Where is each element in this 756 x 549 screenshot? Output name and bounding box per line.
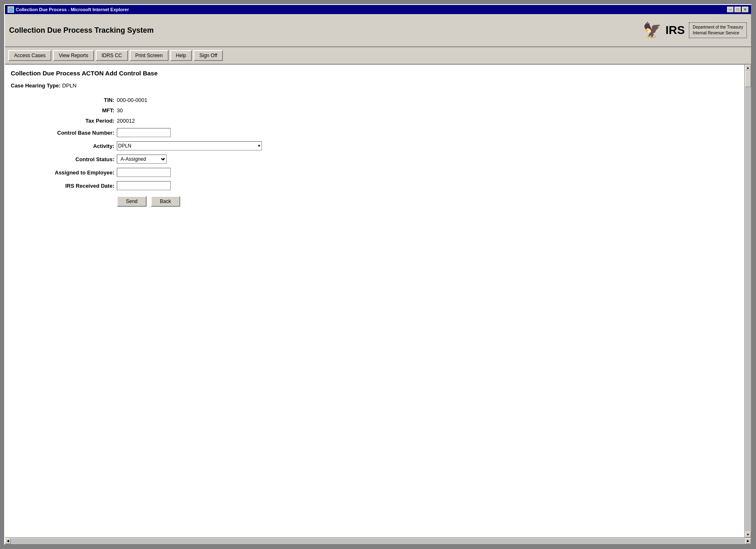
browser-icon: 🌐	[7, 6, 14, 13]
control-base-label: Control Base Number:	[27, 130, 114, 136]
window-title: Collection Due Process - Microsoft Inter…	[16, 7, 129, 12]
activity-row: Activity: DPLN LIEN LEVY OTHER	[27, 141, 739, 150]
control-status-row: Control Status: A-Assigned B-Pending C-C…	[27, 155, 739, 164]
control-status-select-wrapper: A-Assigned B-Pending C-Closed	[117, 155, 167, 164]
tin-row: TIN: 000-00-0001	[27, 97, 739, 103]
content-area: Collection Due Process ACTON Add Control…	[5, 65, 744, 537]
assigned-employee-row: Assigned to Employee:	[27, 168, 739, 177]
irs-received-date-label: IRS Received Date:	[27, 183, 114, 189]
scroll-down-arrow[interactable]: ▼	[745, 532, 751, 537]
bottom-scrollbar[interactable]: ◀ ▶	[5, 537, 751, 544]
assigned-employee-input[interactable]	[117, 168, 171, 177]
tax-period-row: Tax Period: 200012	[27, 118, 739, 124]
help-button[interactable]: Help	[170, 50, 192, 61]
horizontal-scroll-track[interactable]	[11, 539, 745, 544]
tax-period-label: Tax Period:	[27, 118, 114, 124]
case-hearing-label: Case Hearing Type:	[11, 82, 60, 89]
browser-window: 🌐 Collection Due Process - Microsoft Int…	[4, 4, 752, 545]
irs-received-date-row: IRS Received Date:	[27, 181, 739, 190]
close-button[interactable]: ✕	[742, 7, 749, 12]
assigned-employee-label: Assigned to Employee:	[27, 169, 114, 176]
control-status-select[interactable]: A-Assigned B-Pending C-Closed	[117, 155, 167, 164]
content-wrapper: Collection Due Process ACTON Add Control…	[5, 65, 751, 537]
irs-label: IRS	[666, 24, 685, 37]
window-controls[interactable]: ─ □ ✕	[727, 7, 749, 12]
scroll-track[interactable]	[745, 70, 751, 532]
activity-select-wrapper: DPLN LIEN LEVY OTHER	[117, 141, 262, 150]
tin-label: TIN:	[27, 97, 114, 103]
activity-label: Activity:	[27, 143, 114, 149]
mft-value: 30	[117, 107, 123, 114]
mft-row: MFT: 30	[27, 107, 739, 114]
page-heading: Collection Due Process ACTON Add Control…	[11, 70, 739, 77]
irs-received-date-input[interactable]	[117, 181, 171, 190]
control-base-row: Control Base Number:	[27, 128, 739, 137]
print-screen-button[interactable]: Print Screen	[130, 50, 169, 61]
scroll-up-arrow[interactable]: ▲	[745, 65, 751, 70]
system-title: Collection Due Process Tracking System	[9, 26, 154, 35]
scroll-right-arrow[interactable]: ▶	[745, 538, 751, 544]
restore-button[interactable]: □	[734, 7, 741, 12]
control-base-input[interactable]	[117, 128, 171, 137]
view-reports-button[interactable]: View Reports	[53, 50, 94, 61]
idrs-cc-button[interactable]: IDRS CC	[96, 50, 128, 61]
case-hearing-value: DPLN	[62, 82, 77, 89]
case-hearing-type: Case Hearing Type: DPLN	[11, 82, 739, 89]
dept-line1: Department of the Treasury	[693, 24, 743, 30]
form-section: TIN: 000-00-0001 MFT: 30 Tax Period: 200…	[27, 97, 739, 207]
irs-logo-area: 🦅 IRS Department of the Treasury Interna…	[643, 22, 747, 39]
control-status-label: Control Status:	[27, 156, 114, 162]
scrollbar-right[interactable]: ▲ ▼	[744, 65, 751, 537]
sign-off-button[interactable]: Sign Off	[193, 50, 223, 61]
dept-line2: Internal Revenue Service	[693, 30, 743, 36]
title-bar: 🌐 Collection Due Process - Microsoft Int…	[5, 5, 751, 14]
tin-value: 000-00-0001	[117, 97, 147, 103]
button-row: Send Back	[117, 196, 739, 207]
title-bar-left: 🌐 Collection Due Process - Microsoft Int…	[7, 6, 129, 13]
activity-select[interactable]: DPLN LIEN LEVY OTHER	[117, 141, 262, 150]
back-button[interactable]: Back	[151, 196, 180, 207]
tax-period-value: 200012	[117, 118, 135, 124]
scroll-left-arrow[interactable]: ◀	[5, 538, 11, 544]
send-button[interactable]: Send	[117, 196, 147, 207]
minimize-button[interactable]: ─	[727, 7, 734, 12]
scroll-thumb[interactable]	[745, 70, 751, 87]
header-area: Collection Due Process Tracking System 🦅…	[5, 14, 751, 47]
mft-label: MFT:	[27, 107, 114, 114]
access-cases-button[interactable]: Access Cases	[8, 50, 51, 61]
irs-dept-info: Department of the Treasury Internal Reve…	[689, 22, 747, 38]
irs-eagle-icon: 🦅	[643, 22, 662, 39]
nav-bar: Access Cases View Reports IDRS CC Print …	[5, 47, 751, 65]
